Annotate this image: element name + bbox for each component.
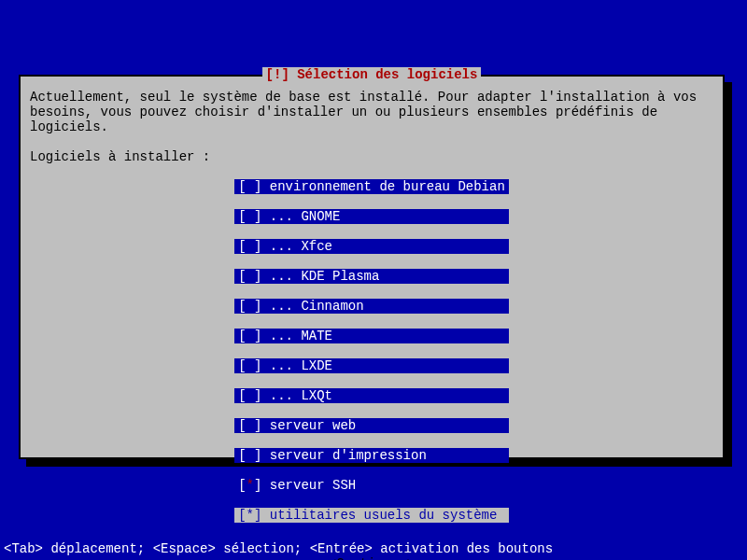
checkbox-mark: * bbox=[247, 478, 254, 493]
continue-button[interactable]: <Continuer> bbox=[329, 556, 415, 560]
software-item[interactable]: [ ] serveur web bbox=[234, 418, 509, 433]
checkbox-mark bbox=[247, 358, 254, 373]
software-list: [ ] environnement de bureau Debian[ ] ..… bbox=[30, 179, 713, 538]
checkbox-mark: * bbox=[247, 508, 254, 523]
checkbox-mark bbox=[247, 448, 254, 463]
software-item[interactable]: [ ] ... Cinnamon bbox=[234, 299, 509, 314]
software-item[interactable]: [ ] ... LXQt bbox=[234, 388, 509, 403]
software-item[interactable]: [ ] ... MATE bbox=[234, 329, 509, 343]
software-item[interactable]: [ ] serveur d'impression bbox=[234, 448, 509, 463]
checkbox-mark bbox=[247, 388, 254, 403]
checkbox-mark bbox=[247, 299, 254, 314]
dialog-title: [!] Sélection des logiciels bbox=[262, 67, 482, 82]
checkbox-mark bbox=[247, 239, 254, 254]
dialog-prompt: Logiciels à installer : bbox=[30, 149, 713, 164]
checkbox-mark bbox=[247, 179, 254, 194]
continue-wrap: <Continuer> bbox=[30, 556, 713, 560]
software-item[interactable]: [ ] ... GNOME bbox=[234, 209, 509, 224]
footer-hints: <Tab> déplacement; <Espace> sélection; <… bbox=[4, 541, 553, 556]
software-item[interactable]: [ ] environnement de bureau Debian bbox=[234, 179, 509, 194]
software-item[interactable]: [ ] ... Xfce bbox=[234, 239, 509, 254]
checkbox-mark bbox=[247, 269, 254, 284]
software-selection-dialog: [!] Sélection des logiciels Actuellement… bbox=[19, 75, 725, 459]
dialog-title-wrap: [!] Sélection des logiciels bbox=[30, 67, 713, 82]
checkbox-mark bbox=[247, 209, 254, 224]
software-item[interactable]: [*] serveur SSH bbox=[234, 478, 509, 493]
checkbox-mark bbox=[247, 329, 254, 343]
software-item[interactable]: [ ] ... KDE Plasma bbox=[234, 269, 509, 284]
software-item[interactable]: [*] utilitaires usuels du système bbox=[234, 508, 509, 523]
software-item[interactable]: [ ] ... LXDE bbox=[234, 358, 509, 373]
checkbox-mark bbox=[247, 418, 254, 433]
dialog-description: Actuellement, seul le système de base es… bbox=[30, 90, 713, 134]
